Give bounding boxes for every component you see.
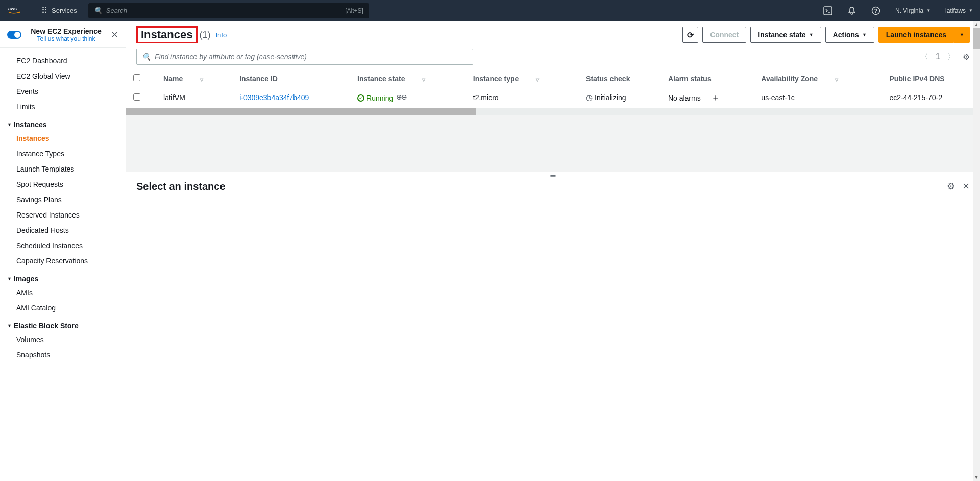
sidebar-item-scheduled-instances[interactable]: Scheduled Instances xyxy=(0,238,126,253)
column-header[interactable]: Public IPv4 DNS xyxy=(883,70,981,87)
cloudshell-icon[interactable] xyxy=(816,0,840,21)
sort-icon: ▽ xyxy=(536,78,539,82)
column-header[interactable]: Status check xyxy=(579,70,661,87)
connect-button[interactable]: Connect xyxy=(702,27,746,43)
svg-text:aws: aws xyxy=(8,6,17,11)
sidebar-item-spot-requests[interactable]: Spot Requests xyxy=(0,177,126,192)
sidebar-section-header[interactable]: ▼Elastic Block Store xyxy=(0,316,126,332)
window-scrollbar[interactable]: ▲ ▼ xyxy=(973,21,980,481)
scrollbar-thumb[interactable] xyxy=(126,108,476,115)
new-experience-feedback-link[interactable]: Tell us what you think xyxy=(26,35,107,42)
instances-table: Name ▽Instance IDInstance state ▽Instanc… xyxy=(126,70,980,108)
sidebar-item-volumes[interactable]: Volumes xyxy=(0,332,126,347)
sort-icon: ▽ xyxy=(200,78,203,82)
column-header[interactable]: Name ▽ xyxy=(156,70,232,87)
launch-instances-split[interactable]: ▼ xyxy=(954,27,970,43)
chevron-down-icon: ▼ xyxy=(7,276,12,281)
column-header[interactable]: Alarm status xyxy=(661,70,754,87)
row-checkbox[interactable] xyxy=(133,93,140,101)
sidebar-item-reserved-instances[interactable]: Reserved Instances xyxy=(0,207,126,223)
services-label: Services xyxy=(52,7,77,14)
page-header: Instances (1) Info ⟳ Connect Instance st… xyxy=(126,21,980,43)
detail-panel: Select an instance ⚙ ✕ xyxy=(126,179,980,481)
sidebar-item-events[interactable]: Events xyxy=(0,84,126,99)
chevron-down-icon: ▼ xyxy=(809,32,814,37)
chevron-down-icon: ▼ xyxy=(7,323,12,328)
sidebar-item-ec2-dashboard[interactable]: EC2 Dashboard xyxy=(0,53,126,68)
running-status-icon: ✓ xyxy=(357,94,364,102)
sidebar-item-instances[interactable]: Instances xyxy=(0,131,126,146)
chevron-down-icon: ▼ xyxy=(862,32,867,37)
launch-instances-button[interactable]: Launch instances xyxy=(878,27,954,43)
new-experience-toggle[interactable] xyxy=(7,31,21,39)
cell-dns: ec2-44-215-70-2 xyxy=(883,87,981,108)
region-selector[interactable]: N. Virginia▼ xyxy=(888,0,938,21)
column-header[interactable]: Instance state ▽ xyxy=(350,70,466,87)
select-all-checkbox[interactable] xyxy=(133,74,140,81)
initializing-icon: ◷ xyxy=(586,93,593,102)
cell-type: t2.micro xyxy=(466,87,579,108)
aws-logo-icon: aws xyxy=(8,5,26,15)
prev-page-button[interactable]: 〈 xyxy=(920,52,928,62)
sidebar-item-dedicated-hosts[interactable]: Dedicated Hosts xyxy=(0,223,126,238)
sidebar-item-ec2-global-view[interactable]: EC2 Global View xyxy=(0,68,126,84)
column-header[interactable]: Instance ID xyxy=(232,70,350,87)
sidebar-section-header[interactable]: ▼Images xyxy=(0,269,126,285)
help-icon[interactable]: ? xyxy=(864,0,888,21)
sidebar-item-launch-templates[interactable]: Launch Templates xyxy=(0,161,126,177)
sort-icon: ▽ xyxy=(422,78,425,82)
next-page-button[interactable]: 〉 xyxy=(947,52,955,62)
account-menu[interactable]: latifaws▼ xyxy=(938,0,980,21)
instance-filter-input[interactable]: 🔍 Find instance by attribute or tag (cas… xyxy=(136,49,473,65)
instances-table-wrap: Name ▽Instance IDInstance state ▽Instanc… xyxy=(126,70,980,108)
horizontal-scrollbar[interactable]: ◀ ▶ xyxy=(126,108,980,115)
sidebar-item-snapshots[interactable]: Snapshots xyxy=(0,347,126,363)
instance-state-dropdown[interactable]: Instance state▼ xyxy=(750,27,821,43)
table-settings-button[interactable]: ⚙ xyxy=(963,52,970,62)
search-kbd-hint: [Alt+S] xyxy=(345,7,363,14)
detail-settings-button[interactable]: ⚙ xyxy=(947,181,955,471)
page-title: Instances xyxy=(136,26,198,43)
top-nav: aws ⠿ Services 🔍 Search [Alt+S] ? N. Vir… xyxy=(0,0,980,21)
refresh-button[interactable]: ⟳ xyxy=(682,27,698,43)
sidebar-item-instance-types[interactable]: Instance Types xyxy=(0,146,126,161)
services-grid-icon: ⠿ xyxy=(41,7,47,15)
aws-logo[interactable]: aws xyxy=(0,0,34,21)
sidebar-item-savings-plans[interactable]: Savings Plans xyxy=(0,192,126,207)
sidebar-item-amis[interactable]: AMIs xyxy=(0,285,126,300)
add-alarm-button[interactable]: ＋ xyxy=(711,92,720,103)
main-content: Instances (1) Info ⟳ Connect Instance st… xyxy=(126,21,980,481)
refresh-icon: ⟳ xyxy=(687,30,694,40)
state-search-icon[interactable]: ⊕⊖ xyxy=(396,93,406,101)
sidebar-item-limits[interactable]: Limits xyxy=(0,99,126,114)
sidebar-item-capacity-reservations[interactable]: Capacity Reservations xyxy=(0,253,126,269)
sidebar: New EC2 Experience Tell us what you thin… xyxy=(0,21,126,481)
chevron-down-icon: ▼ xyxy=(969,8,973,13)
column-header[interactable]: Availability Zone ▽ xyxy=(754,70,882,87)
column-header[interactable]: Instance type ▽ xyxy=(466,70,579,87)
instance-id-link[interactable]: i-0309e3b4a34f7b409 xyxy=(239,93,309,102)
actions-dropdown[interactable]: Actions▼ xyxy=(825,27,874,43)
sort-icon: ▽ xyxy=(835,78,838,82)
detail-close-button[interactable]: ✕ xyxy=(962,181,970,471)
notifications-icon[interactable] xyxy=(840,0,864,21)
close-icon[interactable]: ✕ xyxy=(111,29,118,40)
info-link[interactable]: Info xyxy=(216,31,227,39)
window-scrollbar-thumb[interactable] xyxy=(973,28,980,49)
split-handle[interactable]: ═ xyxy=(126,172,980,179)
sidebar-section-header[interactable]: ▼Instances xyxy=(0,114,126,131)
chevron-down-icon: ▼ xyxy=(7,122,12,127)
scroll-down-icon: ▼ xyxy=(973,474,980,481)
sidebar-item-ami-catalog[interactable]: AMI Catalog xyxy=(0,300,126,316)
detail-title: Select an instance xyxy=(136,181,226,471)
svg-text:?: ? xyxy=(874,8,878,14)
scroll-up-icon: ▲ xyxy=(973,21,980,28)
filter-row: 🔍 Find instance by attribute or tag (cas… xyxy=(126,43,980,70)
global-search[interactable]: 🔍 Search [Alt+S] xyxy=(88,3,369,18)
services-menu[interactable]: ⠿ Services xyxy=(34,7,84,15)
instance-state: ✓Running xyxy=(357,94,393,102)
new-experience-title: New EC2 Experience xyxy=(26,27,107,35)
status-check: ◷Initializing xyxy=(586,93,626,102)
table-row[interactable]: latifVMi-0309e3b4a34f7b409✓Running⊕⊖t2.m… xyxy=(126,87,980,108)
cell-name: latifVM xyxy=(156,87,232,108)
